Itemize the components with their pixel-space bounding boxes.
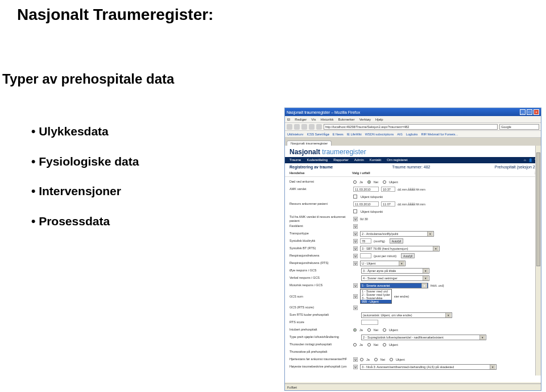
bookmark-item[interactable]: ICSS SøreVågø (307, 133, 329, 136)
radio-nei[interactable] (367, 328, 371, 332)
valg-label: Valg i utfall (352, 171, 525, 175)
label-thorax: Thoraxden innlagt prehospitalt (289, 343, 351, 346)
sbt-select[interactable]: 3 - SBT 76-89 (hard hypotensjon) (360, 246, 440, 251)
menu-item[interactable]: Verktøy (359, 118, 371, 121)
nav-item[interactable]: Om registeret (387, 158, 407, 162)
u-button[interactable]: U (353, 294, 358, 299)
radio-ukjent[interactable] (390, 358, 393, 361)
ressurs-time-input[interactable]: 11:07 (381, 201, 395, 207)
page-title: Nasjonalt Traumeregister: (17, 6, 213, 24)
minimize-button[interactable]: _ (520, 109, 526, 115)
u-button[interactable]: U (353, 232, 358, 236)
u-button[interactable]: U (353, 217, 358, 221)
scrollbar-thumb[interactable] (536, 152, 540, 266)
bookmark-item[interactable]: AIG (397, 133, 402, 136)
bookmark-item[interactable]: E News (333, 133, 344, 136)
menu-item[interactable]: Bokmerker (338, 118, 355, 121)
menu-item[interactable]: El (287, 118, 290, 121)
u-button[interactable]: U (353, 365, 358, 369)
u-button[interactable]: U (353, 283, 358, 288)
type-luft-select[interactable]: 2 - Supraglottisk luftveisplasseridel - … (361, 335, 486, 340)
amk-time-input[interactable]: 10:37 (381, 187, 395, 192)
nav-item[interactable]: Rapporter (333, 158, 349, 162)
u-button[interactable]: U (353, 261, 358, 266)
u-button[interactable]: U (353, 306, 358, 310)
scrollbar[interactable] (535, 146, 541, 376)
radio-ja[interactable] (360, 358, 363, 361)
u-button[interactable]: U (353, 357, 358, 362)
bookmark-item[interactable]: Logboks (406, 133, 418, 136)
row-gcs: GCS sum U 1 - Svarer med ord 2 - Svarer … (289, 289, 536, 304)
radio-label: Ukjent (396, 358, 405, 361)
autofyll-button[interactable]: Autofyll (401, 253, 415, 258)
label-motorisk: Motorisk respons i GCS (289, 283, 351, 287)
radio-ukjent[interactable] (383, 180, 386, 184)
radio-ukjent[interactable] (383, 343, 386, 346)
radio-nei[interactable] (367, 180, 371, 184)
tab-bar: Nasjonalt traumeregister (285, 138, 541, 146)
nav-item[interactable]: Koderettleiing (307, 158, 328, 162)
radio-nei[interactable] (367, 343, 371, 346)
stop-button[interactable] (309, 124, 315, 130)
autofyll-button[interactable]: Autofyll (390, 238, 403, 244)
bullet-item: Intervensjoner (31, 176, 139, 207)
search-field[interactable]: Google (499, 124, 539, 130)
hoyeste-select[interactable]: 3 - Nivå 3: Avansert/sertifisertmedi-beh… (360, 364, 497, 370)
bookmark-item[interactable]: RIR Webmail for Forsets... (421, 133, 458, 136)
resp-input[interactable] (360, 253, 371, 258)
rts-score-input[interactable] (361, 320, 378, 325)
menu-item[interactable]: Vis (311, 118, 316, 121)
amk-date-input[interactable]: 11.03.2010 (353, 187, 379, 192)
label-thorax2: Thoraxakse på prehospitalt (289, 350, 351, 353)
bookmark-item[interactable]: IE LifeWiki (347, 133, 362, 136)
checkbox-ukjent-tid[interactable] (353, 195, 357, 199)
u-button[interactable]: U (353, 239, 358, 244)
menu-item[interactable]: Historikk (321, 118, 334, 121)
forward-button[interactable] (294, 124, 300, 130)
radio-label: Nei (380, 358, 385, 361)
url-field[interactable]: http://localhost:49258/Traume/Seksjon2.a… (324, 124, 498, 130)
dropdown-option[interactable]: 999 - Ukjent (361, 300, 391, 303)
radio-nei[interactable] (374, 358, 378, 361)
back-button[interactable] (287, 124, 292, 130)
bookmark-item[interactable]: WSDN subscriptions (365, 133, 394, 136)
hendelse-label: Hendelse (289, 171, 352, 175)
respk-select[interactable]: U - Ukjent (360, 261, 406, 266)
menu-bar: El Rediger Vis Historikk Bokmerker Verkt… (285, 116, 541, 123)
menu-item[interactable]: Rediger (295, 118, 307, 121)
radio-ja[interactable] (353, 180, 357, 184)
open-dropdown[interactable]: 1 - Svarer med ord 2 - Svarer med lyder … (360, 289, 392, 304)
label-type-luft: Type preh sjøplet luftveishåndtering (289, 335, 351, 339)
user-icon[interactable]: 👤 (528, 158, 532, 162)
radio-ja[interactable] (353, 343, 357, 346)
home-button[interactable] (316, 124, 322, 130)
checkbox-ukjent-tid[interactable] (353, 209, 357, 213)
reload-button[interactable] (301, 124, 307, 130)
u-button[interactable]: U (353, 254, 358, 258)
ressurs-date-input[interactable]: 11.03.2010 (353, 201, 379, 207)
nav-item[interactable]: Admin (354, 158, 364, 162)
verbal-select[interactable]: 4 - Svarer med setninger (361, 275, 429, 281)
systolisk-input[interactable]: 78 (360, 238, 371, 244)
nav-item[interactable]: Traume (289, 158, 301, 162)
nav-item[interactable]: Kontakt (370, 158, 381, 162)
browser-tab[interactable]: Nasjonalt traumeregister (287, 141, 332, 146)
tid-amk-value: 0d 30 (360, 217, 368, 221)
sum-rts-select[interactable]: (automatisk: Ukjent, om vike endre) (361, 312, 452, 318)
radio-ja[interactable] (353, 328, 357, 332)
radio-ukjent[interactable] (383, 328, 386, 332)
radio-label: Ukjent (389, 328, 398, 332)
bullet-item: Fysiologiske data (31, 147, 139, 177)
home-icon[interactable]: ⌂ (524, 158, 526, 162)
label-sum-rts: Sum RTS koder prehospitalt (289, 313, 351, 316)
bookmark-item[interactable]: Utklistekurv (287, 133, 303, 136)
menu-item[interactable]: Hjelp (375, 118, 383, 121)
close-button[interactable]: × (533, 109, 539, 115)
motorisk-select[interactable]: 5 - Smerte avsvartet (360, 283, 428, 288)
transport-select[interactable]: 2 - Ambulanse/sivilfly/politi (360, 231, 434, 237)
u-button[interactable]: U (353, 246, 358, 251)
u-button[interactable]: U (353, 224, 358, 229)
maximize-button[interactable]: □ (527, 109, 532, 115)
oye-select[interactable]: 3 - Åpner øyne på tiltale (361, 268, 429, 274)
bookmarks-bar: Utklistekurv ICSS SøreVågø E News IE Lif… (285, 131, 541, 138)
